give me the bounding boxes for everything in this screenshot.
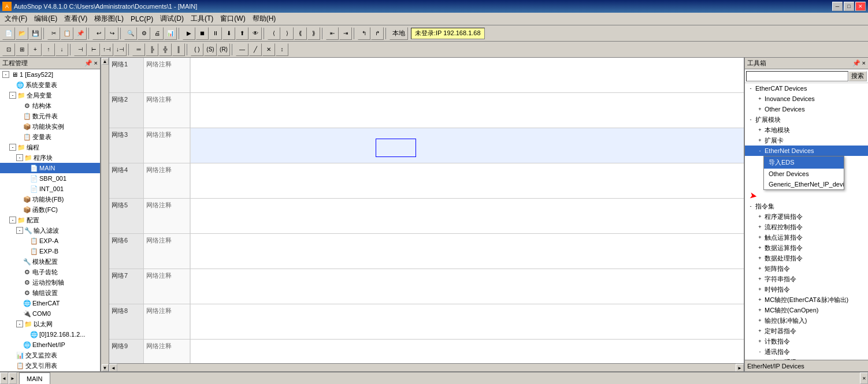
- toolbox-pin[interactable]: 📌 ×: [852, 59, 866, 67]
- menu-ladder[interactable]: 梯形图(L): [91, 13, 127, 25]
- expand-config[interactable]: -: [9, 217, 16, 223]
- menu-help[interactable]: 帮助(H): [249, 13, 280, 25]
- network-comment-3[interactable]: 网络注释: [144, 128, 190, 163]
- t2-18[interactable]: ╱: [249, 43, 262, 56]
- tree-item-sysvar[interactable]: 🌐 系统变量表: [0, 80, 100, 90]
- local-button[interactable]: 本地: [390, 27, 408, 40]
- tb8[interactable]: ⟩: [281, 27, 294, 40]
- expand-dataproc[interactable]: +: [756, 255, 763, 261]
- t2-15[interactable]: (S): [204, 43, 217, 56]
- t2-10[interactable]: ═: [132, 43, 145, 56]
- pause-btn[interactable]: ⏸: [209, 27, 222, 40]
- vscroll-up[interactable]: ▲: [102, 58, 109, 65]
- tree-item-struct[interactable]: ⚙ 结构体: [0, 100, 100, 111]
- tree-item-ethercat[interactable]: 🌐 EtherCAT: [0, 298, 100, 308]
- tb-timer[interactable]: + 定时器指令: [745, 326, 868, 336]
- expand-instset[interactable]: -: [747, 203, 754, 209]
- network-comment-9[interactable]: 网络注释: [144, 340, 190, 363]
- network-comment-5[interactable]: 网络注释: [144, 199, 190, 233]
- network-body-8[interactable]: [190, 304, 744, 339]
- network-comment-7[interactable]: 网络注释: [144, 269, 190, 304]
- tb4[interactable]: ⚙: [138, 27, 150, 40]
- t2-3[interactable]: +: [29, 43, 42, 56]
- tree-item-config[interactable]: - 📁 配置: [0, 215, 100, 225]
- expand-timer[interactable]: +: [756, 328, 763, 334]
- vscroll-down[interactable]: ▼: [102, 364, 109, 371]
- t2-6[interactable]: ⊣: [74, 43, 87, 56]
- t2-2[interactable]: ⊞: [16, 43, 28, 56]
- tb-other-dev[interactable]: + Other Devices: [745, 104, 868, 114]
- expand-inovance[interactable]: +: [756, 96, 763, 102]
- tb-data-proc[interactable]: + 数据处理指令: [745, 253, 868, 263]
- tree-item-fc[interactable]: 📦 函数(FC): [0, 204, 100, 215]
- t2-9[interactable]: ↓⊣: [114, 43, 127, 56]
- t2-16[interactable]: (R): [217, 43, 230, 56]
- network-body-9[interactable]: [190, 340, 744, 363]
- hscroll-right[interactable]: ►: [736, 364, 744, 371]
- tb-mc-ecat[interactable]: + MC轴控(EtherCAT&脉冲输出): [745, 294, 868, 305]
- t2-5[interactable]: ↓: [55, 43, 68, 56]
- upload-btn[interactable]: ⬆: [236, 27, 248, 40]
- menu-debug[interactable]: 调试(D): [157, 13, 187, 25]
- expand-proglogic[interactable]: +: [756, 214, 763, 219]
- open-btn[interactable]: 📂: [16, 27, 28, 40]
- close-button[interactable]: ✕: [855, 2, 866, 11]
- tb6[interactable]: 📊: [164, 27, 177, 40]
- expand-prog[interactable]: -: [9, 144, 16, 151]
- maximize-button[interactable]: □: [844, 2, 854, 11]
- t2-12[interactable]: ╬: [159, 43, 172, 56]
- expand-local-mod[interactable]: +: [756, 127, 763, 133]
- tb7[interactable]: ⟨: [268, 27, 280, 40]
- expand-matrix[interactable]: +: [756, 266, 763, 271]
- tree-item-global[interactable]: - 📁 全局变量: [0, 90, 100, 100]
- tab-close-btn[interactable]: ✕: [860, 372, 868, 384]
- tree-item-xref[interactable]: 📋 交叉引用表: [0, 360, 100, 371]
- download-btn[interactable]: ⬇: [222, 27, 235, 40]
- network-body-4[interactable]: [190, 163, 744, 198]
- tb-local-module[interactable]: + 本地模块: [745, 125, 868, 135]
- paste-btn[interactable]: 📌: [74, 27, 87, 40]
- network-body-7[interactable]: [190, 269, 744, 304]
- tree-item-prog[interactable]: - 📁 编程: [0, 142, 100, 152]
- expand-global[interactable]: -: [9, 92, 16, 99]
- menu-plc[interactable]: PLC(P): [127, 14, 157, 24]
- tree-item-vartable[interactable]: 📋 变量表: [0, 132, 100, 142]
- tree-item-main[interactable]: 📄 MAIN: [0, 163, 100, 173]
- hscroll-left[interactable]: ◄: [109, 364, 117, 371]
- tb-data-op[interactable]: + 数据运算指令: [745, 243, 868, 253]
- tree-item-ip[interactable]: 🌐 [0]192.168.1.2...: [0, 329, 100, 340]
- tree-item-datatable[interactable]: 📋 数元件表: [0, 111, 100, 121]
- expand-string[interactable]: +: [756, 276, 763, 282]
- tb-flow-ctrl[interactable]: + 流程控制指令: [745, 222, 868, 232]
- tree-item-sbr[interactable]: 📄 SBR_001: [0, 173, 100, 184]
- menu-tools[interactable]: 工具(T): [187, 13, 217, 25]
- tree-item-progblock[interactable]: - 📁 程序块: [0, 152, 100, 163]
- popup-import-eds[interactable]: 导入EDS: [764, 156, 844, 169]
- tb-prog-logic[interactable]: + 程序逻辑指令: [745, 211, 868, 222]
- tree-item-egear[interactable]: ⚙ 电子齿轮: [0, 267, 100, 277]
- tree-item-axisgroup[interactable]: ⚙ 轴组设置: [0, 288, 100, 298]
- t2-7[interactable]: ⊢: [87, 43, 100, 56]
- t2-20[interactable]: ↕: [276, 43, 288, 56]
- expand-clock[interactable]: +: [756, 286, 763, 292]
- expand-progblock[interactable]: -: [16, 154, 23, 161]
- expand-other-dev[interactable]: +: [756, 106, 763, 112]
- tb-ethernet-devices[interactable]: - EtherNet Devices: [745, 146, 868, 156]
- expand-ethernet-dev[interactable]: -: [756, 148, 763, 154]
- tb-string[interactable]: + 字符串指令: [745, 274, 868, 284]
- tb-inovance[interactable]: + Inovance Devices: [745, 94, 868, 104]
- expand-flowctrl[interactable]: +: [756, 224, 763, 230]
- tb-expand-module[interactable]: - 扩展模块: [745, 114, 868, 125]
- network-comment-4[interactable]: 网络注释: [144, 163, 190, 198]
- tab-scroll-right[interactable]: ►: [9, 372, 17, 384]
- network-body-2[interactable]: [190, 93, 744, 128]
- project-panel-pin[interactable]: 📌 ×: [84, 59, 98, 67]
- search-btn[interactable]: 🔍: [124, 27, 137, 40]
- popup-generic-device[interactable]: Generic_EtherNet_IP_device: [764, 179, 844, 189]
- tb-matrix[interactable]: + 矩阵指令: [745, 263, 868, 274]
- expand-counter[interactable]: +: [756, 338, 763, 344]
- tree-item-infilter[interactable]: - 🔧 输入滤波: [0, 225, 100, 236]
- tb-pulse-in[interactable]: + 输控(脉冲输入): [745, 315, 868, 326]
- tree-item-expa[interactable]: 📋 EXP-A: [0, 236, 100, 246]
- tree-item-root[interactable]: - 🖥 1 [Easy522]: [0, 69, 100, 80]
